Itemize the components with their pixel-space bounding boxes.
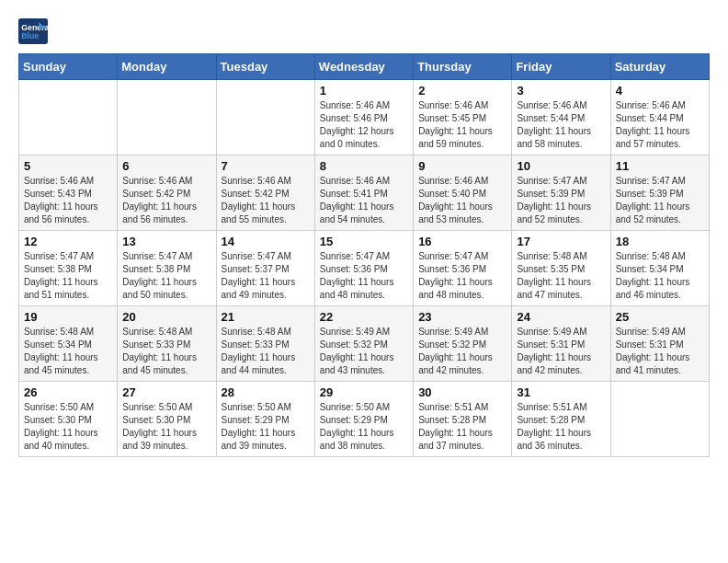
day-info: Sunrise: 5:50 AM Sunset: 5:29 PM Dayligh… [320,401,408,453]
day-info: Sunrise: 5:48 AM Sunset: 5:34 PM Dayligh… [24,326,112,377]
page-header: General Blue [18,18,710,44]
day-number: 22 [320,310,408,324]
weekday-header-friday: Friday [512,54,610,80]
day-number: 26 [24,385,112,399]
day-number: 6 [122,159,210,173]
calendar-day-cell: 12Sunrise: 5:47 AM Sunset: 5:38 PM Dayli… [19,231,118,306]
calendar-day-cell: 14Sunrise: 5:47 AM Sunset: 5:37 PM Dayli… [216,231,314,306]
day-number: 4 [616,84,704,98]
calendar-day-cell: 5Sunrise: 5:46 AM Sunset: 5:43 PM Daylig… [19,155,118,231]
day-info: Sunrise: 5:48 AM Sunset: 5:35 PM Dayligh… [517,250,605,302]
logo: General Blue [18,18,51,44]
day-info: Sunrise: 5:46 AM Sunset: 5:43 PM Dayligh… [24,175,112,226]
day-number: 23 [418,310,506,324]
calendar-day-cell: 3Sunrise: 5:46 AM Sunset: 5:44 PM Daylig… [512,80,610,155]
calendar-week-row: 5Sunrise: 5:46 AM Sunset: 5:43 PM Daylig… [19,155,710,231]
calendar-week-row: 12Sunrise: 5:47 AM Sunset: 5:38 PM Dayli… [19,231,710,306]
day-number: 12 [24,235,112,248]
calendar-day-cell: 21Sunrise: 5:48 AM Sunset: 5:33 PM Dayli… [216,306,314,382]
day-info: Sunrise: 5:46 AM Sunset: 5:44 PM Dayligh… [616,99,704,151]
day-info: Sunrise: 5:47 AM Sunset: 5:36 PM Dayligh… [418,250,506,302]
calendar-day-cell: 19Sunrise: 5:48 AM Sunset: 5:34 PM Dayli… [19,306,118,382]
day-info: Sunrise: 5:49 AM Sunset: 5:31 PM Dayligh… [616,326,704,377]
day-number: 29 [320,385,408,399]
svg-text:Blue: Blue [21,31,39,40]
day-info: Sunrise: 5:48 AM Sunset: 5:33 PM Dayligh… [222,326,310,377]
day-info: Sunrise: 5:49 AM Sunset: 5:32 PM Dayligh… [320,326,408,377]
day-info: Sunrise: 5:47 AM Sunset: 5:39 PM Dayligh… [616,175,704,226]
day-number: 14 [222,235,310,248]
weekday-header-wednesday: Wednesday [314,54,413,80]
calendar-day-cell: 25Sunrise: 5:49 AM Sunset: 5:31 PM Dayli… [610,306,709,382]
day-info: Sunrise: 5:49 AM Sunset: 5:32 PM Dayligh… [418,326,506,377]
calendar-week-row: 26Sunrise: 5:50 AM Sunset: 5:30 PM Dayli… [19,382,710,457]
calendar-day-cell: 31Sunrise: 5:51 AM Sunset: 5:28 PM Dayli… [512,382,610,457]
day-info: Sunrise: 5:48 AM Sunset: 5:34 PM Dayligh… [616,250,704,302]
day-info: Sunrise: 5:48 AM Sunset: 5:33 PM Dayligh… [122,326,210,377]
day-info: Sunrise: 5:47 AM Sunset: 5:39 PM Dayligh… [517,175,605,226]
day-number: 7 [222,159,310,173]
calendar-day-cell: 8Sunrise: 5:46 AM Sunset: 5:41 PM Daylig… [314,155,413,231]
day-info: Sunrise: 5:46 AM Sunset: 5:42 PM Dayligh… [222,175,310,226]
day-number: 13 [122,235,210,248]
day-info: Sunrise: 5:50 AM Sunset: 5:30 PM Dayligh… [122,401,210,453]
day-info: Sunrise: 5:46 AM Sunset: 5:46 PM Dayligh… [320,99,408,151]
day-info: Sunrise: 5:50 AM Sunset: 5:30 PM Dayligh… [24,401,112,453]
calendar-week-row: 19Sunrise: 5:48 AM Sunset: 5:34 PM Dayli… [19,306,710,382]
weekday-header-monday: Monday [118,54,216,80]
calendar-day-cell [19,80,118,155]
day-number: 15 [320,235,408,248]
day-number: 3 [517,84,605,98]
day-number: 31 [517,385,605,399]
day-number: 18 [616,235,704,248]
day-number: 16 [418,235,506,248]
calendar-day-cell: 11Sunrise: 5:47 AM Sunset: 5:39 PM Dayli… [610,155,709,231]
calendar-day-cell [610,382,709,457]
day-number: 11 [616,159,704,173]
day-info: Sunrise: 5:46 AM Sunset: 5:44 PM Dayligh… [517,99,605,151]
calendar-day-cell: 26Sunrise: 5:50 AM Sunset: 5:30 PM Dayli… [19,382,118,457]
day-info: Sunrise: 5:46 AM Sunset: 5:41 PM Dayligh… [320,175,408,226]
calendar-day-cell: 10Sunrise: 5:47 AM Sunset: 5:39 PM Dayli… [512,155,610,231]
day-info: Sunrise: 5:47 AM Sunset: 5:37 PM Dayligh… [222,250,310,302]
day-info: Sunrise: 5:46 AM Sunset: 5:45 PM Dayligh… [418,99,506,151]
calendar-day-cell: 18Sunrise: 5:48 AM Sunset: 5:34 PM Dayli… [610,231,709,306]
calendar-day-cell: 27Sunrise: 5:50 AM Sunset: 5:30 PM Dayli… [118,382,216,457]
day-info: Sunrise: 5:49 AM Sunset: 5:31 PM Dayligh… [517,326,605,377]
day-number: 21 [222,310,310,324]
calendar-day-cell [216,80,314,155]
day-number: 24 [517,310,605,324]
day-info: Sunrise: 5:47 AM Sunset: 5:38 PM Dayligh… [122,250,210,302]
calendar-day-cell: 20Sunrise: 5:48 AM Sunset: 5:33 PM Dayli… [118,306,216,382]
day-number: 27 [122,385,210,399]
calendar-day-cell: 7Sunrise: 5:46 AM Sunset: 5:42 PM Daylig… [216,155,314,231]
day-number: 5 [24,159,112,173]
calendar-day-cell: 9Sunrise: 5:46 AM Sunset: 5:40 PM Daylig… [414,155,512,231]
day-number: 20 [122,310,210,324]
calendar-day-cell: 2Sunrise: 5:46 AM Sunset: 5:45 PM Daylig… [414,80,512,155]
calendar-day-cell: 1Sunrise: 5:46 AM Sunset: 5:46 PM Daylig… [314,80,413,155]
day-info: Sunrise: 5:51 AM Sunset: 5:28 PM Dayligh… [517,401,605,453]
day-info: Sunrise: 5:47 AM Sunset: 5:38 PM Dayligh… [24,250,112,302]
day-number: 10 [517,159,605,173]
logo-icon: General Blue [18,18,48,44]
calendar-week-row: 1Sunrise: 5:46 AM Sunset: 5:46 PM Daylig… [19,80,710,155]
calendar-day-cell: 22Sunrise: 5:49 AM Sunset: 5:32 PM Dayli… [314,306,413,382]
day-info: Sunrise: 5:47 AM Sunset: 5:36 PM Dayligh… [320,250,408,302]
day-number: 17 [517,235,605,248]
calendar-day-cell: 30Sunrise: 5:51 AM Sunset: 5:28 PM Dayli… [414,382,512,457]
day-number: 25 [616,310,704,324]
calendar-day-cell: 29Sunrise: 5:50 AM Sunset: 5:29 PM Dayli… [314,382,413,457]
weekday-header-tuesday: Tuesday [216,54,314,80]
calendar-day-cell: 6Sunrise: 5:46 AM Sunset: 5:42 PM Daylig… [118,155,216,231]
calendar-day-cell: 15Sunrise: 5:47 AM Sunset: 5:36 PM Dayli… [314,231,413,306]
day-number: 19 [24,310,112,324]
calendar-day-cell: 16Sunrise: 5:47 AM Sunset: 5:36 PM Dayli… [414,231,512,306]
day-info: Sunrise: 5:46 AM Sunset: 5:40 PM Dayligh… [418,175,506,226]
day-number: 2 [418,84,506,98]
calendar-table: SundayMondayTuesdayWednesdayThursdayFrid… [18,53,710,457]
day-info: Sunrise: 5:50 AM Sunset: 5:29 PM Dayligh… [222,401,310,453]
calendar-day-cell: 28Sunrise: 5:50 AM Sunset: 5:29 PM Dayli… [216,382,314,457]
weekday-header-row: SundayMondayTuesdayWednesdayThursdayFrid… [19,54,710,80]
calendar-day-cell: 4Sunrise: 5:46 AM Sunset: 5:44 PM Daylig… [610,80,709,155]
